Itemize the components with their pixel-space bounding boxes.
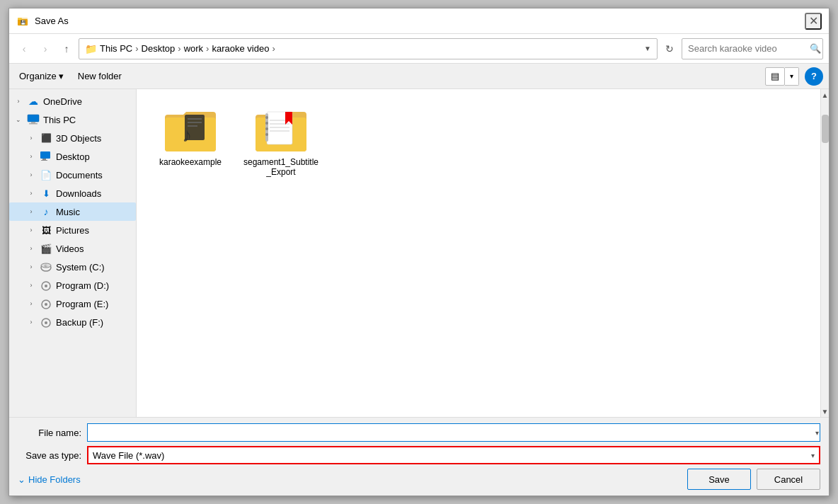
svg-rect-7 xyxy=(29,123,38,125)
breadcrumb-folder-icon: 📁 xyxy=(85,43,97,55)
chevron-icon: › xyxy=(26,317,36,327)
up-button[interactable]: ↑ xyxy=(57,40,76,58)
file-name-label: File name: xyxy=(18,428,81,438)
back-icon: ‹ xyxy=(23,43,26,55)
breadcrumb-part-2: work xyxy=(184,43,203,54)
save-type-label: Save as type: xyxy=(18,450,81,461)
sidebar-item-systemc[interactable]: › C: System (C:) xyxy=(9,258,136,276)
svg-point-17 xyxy=(45,303,47,306)
cancel-button[interactable]: Cancel xyxy=(757,469,820,490)
chevron-icon: › xyxy=(26,207,36,217)
back-button[interactable]: ‹ xyxy=(15,40,33,58)
scroll-down-arrow[interactable]: ▼ xyxy=(821,406,830,417)
view-mode-button[interactable]: ▤ xyxy=(765,67,785,86)
sidebar-item-desktop[interactable]: › Desktop xyxy=(9,147,136,166)
scrollbar-track[interactable]: ▲ ▼ xyxy=(820,89,829,417)
sidebar-item-videos[interactable]: › 🎬 Videos xyxy=(9,239,136,258)
downloads-icon: ⬇ xyxy=(39,187,53,200)
sidebar-label: 3D Objects xyxy=(56,133,101,144)
title-bar-left: 💾 Save As xyxy=(16,15,69,28)
sidebar-label: Downloads xyxy=(56,188,101,199)
programd-icon xyxy=(39,279,53,292)
toolbar: Organize ▾ New folder ▤ ▾ ? xyxy=(9,64,829,89)
chevron-icon: ⌄ xyxy=(13,115,23,125)
documents-icon: 📄 xyxy=(39,168,53,181)
file-item-karaokeexample[interactable]: ♪ karaokeexample xyxy=(148,101,233,181)
pictures-icon: 🖼 xyxy=(39,224,53,236)
file-name-dropdown-icon[interactable]: ▾ xyxy=(815,429,819,437)
svg-rect-2 xyxy=(18,18,22,20)
file-name: karaokeexample xyxy=(159,157,222,167)
svg-text:C:: C: xyxy=(45,264,47,268)
breadcrumb-sep-3: › xyxy=(272,43,275,54)
breadcrumb-path: This PC › Desktop › work › karaoke video… xyxy=(100,43,277,54)
file-name-input[interactable] xyxy=(87,423,820,442)
scroll-up-arrow[interactable]: ▲ xyxy=(821,89,830,101)
save-label: Save xyxy=(708,474,730,485)
sidebar-label: Videos xyxy=(56,244,84,254)
chevron-icon: › xyxy=(26,280,36,290)
sidebar-item-thispc[interactable]: ⌄ This PC xyxy=(9,110,136,129)
chevron-icon: › xyxy=(26,225,36,235)
scrollbar-thumb[interactable] xyxy=(822,115,829,143)
refresh-button[interactable]: ↻ xyxy=(660,40,679,58)
videos-icon: 🎬 xyxy=(39,242,53,255)
organize-button[interactable]: Organize ▾ xyxy=(15,69,68,84)
bottom-bar: File name: ▾ Save as type: Wave File (*.… xyxy=(9,417,829,496)
search-input[interactable] xyxy=(688,43,807,54)
refresh-icon: ↻ xyxy=(665,43,674,55)
chevron-icon: › xyxy=(26,299,36,309)
organize-label: Organize xyxy=(19,71,57,81)
breadcrumb-part-1: Desktop xyxy=(142,43,176,54)
svg-rect-9 xyxy=(42,159,46,160)
search-icon: 🔍 xyxy=(810,43,821,54)
forward-icon: › xyxy=(44,43,47,55)
dialog-icon: 💾 xyxy=(16,15,29,28)
breadcrumb-sep-0: › xyxy=(135,43,138,54)
chevron-icon: › xyxy=(26,151,36,161)
content-area: ♪ karaokeexample xyxy=(137,89,829,417)
view-dropdown-icon: ▾ xyxy=(790,72,793,80)
breadcrumb-sep-2: › xyxy=(206,43,209,54)
hide-folders-button[interactable]: ⌄ Hide Folders xyxy=(18,474,81,485)
forward-button[interactable]: › xyxy=(36,40,54,58)
close-button[interactable]: ✕ xyxy=(805,13,822,30)
sidebar-item-downloads[interactable]: › ⬇ Downloads xyxy=(9,184,136,202)
main-area: › ☁ OneDrive ⌄ This PC › ⬛ 3D Objects › xyxy=(9,89,829,417)
chevron-icon: › xyxy=(26,133,36,143)
dialog-title: Save As xyxy=(35,16,69,26)
nav-bar: ‹ › ↑ 📁 This PC › Desktop › work › karao… xyxy=(9,34,829,64)
karaoke-folder-icon: ♪ xyxy=(162,105,219,154)
help-button[interactable]: ? xyxy=(805,67,823,86)
sidebar: › ☁ OneDrive ⌄ This PC › ⬛ 3D Objects › xyxy=(9,89,137,417)
sidebar-label: This PC xyxy=(43,115,76,125)
organize-dropdown-icon: ▾ xyxy=(59,71,64,81)
sidebar-item-programd[interactable]: › Program (D:) xyxy=(9,276,136,294)
programe-icon xyxy=(39,297,53,310)
sidebar-label: OneDrive xyxy=(43,96,82,107)
sidebar-item-documents[interactable]: › 📄 Documents xyxy=(9,166,136,184)
file-name-input-wrapper: ▾ xyxy=(87,423,820,442)
sidebar-item-3dobjects[interactable]: › ⬛ 3D Objects xyxy=(9,129,136,147)
breadcrumb[interactable]: 📁 This PC › Desktop › work › karaoke vid… xyxy=(79,38,658,59)
save-type-select[interactable]: Wave File (*.wav) ▾ xyxy=(87,446,820,464)
sidebar-item-programe[interactable]: › Program (E:) xyxy=(9,294,136,313)
save-button[interactable]: Save xyxy=(687,469,751,490)
chevron-icon: › xyxy=(26,244,36,253)
sidebar-item-pictures[interactable]: › 🖼 Pictures xyxy=(9,221,136,239)
sidebar-item-backupf[interactable]: › Backup (F:) xyxy=(9,313,136,331)
save-type-dropdown-icon: ▾ xyxy=(811,452,815,459)
save-type-row: Save as type: Wave File (*.wav) ▾ xyxy=(18,446,820,464)
svg-point-19 xyxy=(45,321,47,324)
help-icon: ? xyxy=(811,71,817,81)
sidebar-item-onedrive[interactable]: › ☁ OneDrive xyxy=(9,92,136,110)
sidebar-item-music[interactable]: › ♪ Music xyxy=(9,202,136,221)
chevron-icon: › xyxy=(13,96,23,106)
file-item-segament1[interactable]: segament1_Subtitle_Export xyxy=(239,101,323,181)
new-folder-button[interactable]: New folder xyxy=(74,69,126,84)
svg-text:💾: 💾 xyxy=(21,20,26,25)
sidebar-label: Backup (F:) xyxy=(56,317,103,328)
view-dropdown-button[interactable]: ▾ xyxy=(785,67,799,86)
action-buttons: Save Cancel xyxy=(687,469,820,490)
title-bar: 💾 Save As ✕ xyxy=(9,8,829,34)
